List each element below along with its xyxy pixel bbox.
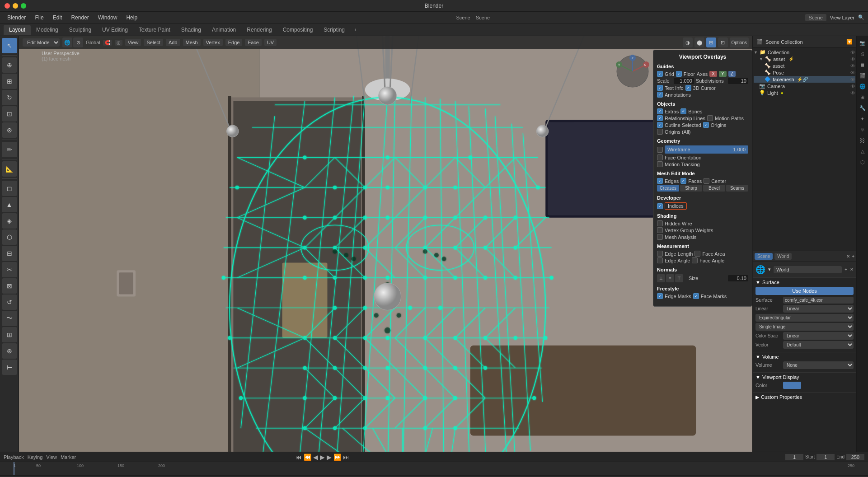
tab-sculpting[interactable]: Sculpting: [64, 25, 97, 35]
face-marks-checkbox[interactable]: ✓: [693, 293, 699, 299]
modifier-props-icon[interactable]: 🔧: [858, 103, 868, 113]
start-frame-input[interactable]: [816, 454, 835, 460]
menu-edit[interactable]: Edit: [49, 14, 66, 22]
vertex-weights-checkbox[interactable]: [657, 227, 663, 233]
options-btn[interactable]: Options: [730, 37, 749, 47]
spin-tool[interactable]: ↺: [2, 295, 17, 310]
props-new[interactable]: +: [852, 254, 854, 259]
normals-size-input[interactable]: [728, 275, 748, 281]
custom-props-header[interactable]: ▶ Custom Properties: [755, 394, 854, 400]
navigation-gizmo[interactable]: X Y Z: [615, 53, 651, 89]
tab-rendering[interactable]: Rendering: [241, 25, 277, 35]
minimize-button[interactable]: [13, 3, 18, 9]
jump-start-button[interactable]: ⏮: [296, 454, 302, 461]
use-nodes-button[interactable]: Use Nodes: [755, 287, 854, 295]
maximize-button[interactable]: [21, 3, 26, 9]
next-keyframe-button[interactable]: ▶: [327, 454, 332, 461]
viewport-icon-2[interactable]: ⊙: [73, 37, 83, 47]
view-menu[interactable]: View: [125, 39, 141, 46]
tree-item-collection[interactable]: ▼ 📁 Collection 👁: [754, 49, 855, 56]
select-tool[interactable]: ↖: [2, 38, 17, 53]
color-swatch[interactable]: [783, 382, 801, 389]
select-menu[interactable]: Select: [144, 39, 163, 46]
add-workspace-button[interactable]: +: [350, 25, 360, 34]
timeline-scrubber[interactable]: 1 50 100 150 200 250: [0, 462, 868, 475]
render-props-icon[interactable]: 📷: [858, 38, 868, 48]
prev-keyframe-button[interactable]: ◀: [313, 454, 318, 461]
axis-y-button[interactable]: Y: [719, 71, 727, 77]
light-visibility[interactable]: 👁: [850, 90, 855, 96]
edge-menu[interactable]: Edge: [225, 39, 243, 46]
data-props-icon[interactable]: △: [858, 146, 868, 156]
transform-tool[interactable]: ⊗: [2, 122, 17, 138]
playback-menu[interactable]: Playback: [4, 454, 24, 460]
poly-build[interactable]: ⊠: [2, 278, 17, 294]
edge-marks-checkbox[interactable]: ✓: [657, 293, 663, 299]
face-orient-checkbox[interactable]: [657, 154, 663, 160]
smooth-tool[interactable]: 〜: [2, 311, 17, 326]
world-copy-icon[interactable]: +: [845, 267, 847, 272]
snap-icon[interactable]: 🧲: [103, 40, 112, 46]
annotations-checkbox[interactable]: ✓: [657, 92, 663, 98]
output-props-icon[interactable]: 🖨: [858, 49, 868, 59]
constraints-props-icon[interactable]: ⛓: [858, 136, 868, 145]
mesh-menu[interactable]: Mesh: [183, 39, 201, 46]
inset-tool[interactable]: ◈: [2, 213, 17, 229]
play-button[interactable]: ▶: [320, 454, 325, 461]
tree-item-light[interactable]: 💡 Light ● 👁: [754, 89, 855, 96]
menu-render[interactable]: Render: [67, 14, 92, 22]
knife-tool[interactable]: ✂: [2, 262, 17, 277]
scene-dropdown[interactable]: Scene: [805, 14, 826, 21]
vertex-normals-icon[interactable]: ⊥: [657, 274, 665, 282]
menu-file[interactable]: File: [31, 14, 47, 22]
floor-checkbox[interactable]: ✓: [676, 71, 682, 77]
menu-window[interactable]: Window: [94, 14, 121, 22]
indices-checkbox[interactable]: ✓: [657, 203, 663, 209]
edit-mode-dropdown[interactable]: Edit Mode: [23, 38, 60, 47]
extras-checkbox[interactable]: ✓: [657, 108, 663, 114]
text-info-checkbox[interactable]: ✓: [657, 85, 663, 91]
cursor-tool[interactable]: ⊕: [2, 57, 17, 73]
motion-track-checkbox[interactable]: [657, 161, 663, 167]
jump-end-button[interactable]: ⏭: [343, 454, 349, 461]
camera-visibility[interactable]: 👁: [850, 84, 855, 89]
menu-help[interactable]: Help: [122, 14, 141, 22]
wireframe-checkbox[interactable]: [657, 147, 663, 153]
3d-viewport[interactable]: Edit Mode 🌐 ⊙ Global 🧲 ◎ View Select Add…: [19, 36, 752, 452]
tree-item-asset-sub[interactable]: 🦴 asset 👁: [754, 62, 855, 69]
tab-animation[interactable]: Animation: [206, 25, 241, 35]
cursor-3d-checkbox[interactable]: ✓: [685, 85, 691, 91]
edges-checkbox[interactable]: ✓: [657, 178, 663, 184]
hidden-wire-checkbox[interactable]: [657, 220, 663, 226]
tab-shading[interactable]: Shading: [176, 25, 206, 35]
pose-visibility[interactable]: 👁: [850, 70, 855, 75]
mesh-analysis-checkbox[interactable]: [657, 234, 663, 240]
menu-blender[interactable]: Blender: [4, 14, 29, 22]
origins-all-checkbox[interactable]: [657, 129, 663, 135]
vertex-menu[interactable]: Vertex: [203, 39, 223, 46]
surface-section-header[interactable]: ▼ Surface: [755, 280, 854, 285]
grid-checkbox[interactable]: ✓: [657, 71, 663, 77]
asset-sub-visibility[interactable]: 👁: [850, 63, 855, 69]
measure-tool[interactable]: 📐: [2, 161, 17, 177]
physics-props-icon[interactable]: ⚛: [858, 125, 868, 135]
strength-dropdown[interactable]: Linear: [783, 305, 854, 313]
bevel-tool[interactable]: ⬡: [2, 229, 17, 245]
tree-item-facemesh[interactable]: 🔷 facemesh ⚡🔗 👁: [754, 76, 855, 83]
viewport-display-header[interactable]: ▼ Viewport Display: [755, 374, 854, 380]
projection-dropdown[interactable]: Equirectangular: [755, 314, 854, 322]
tree-item-pose[interactable]: 🦴 Pose 👁: [754, 69, 855, 76]
global-space-icon[interactable]: 🌐: [62, 37, 72, 47]
next-frame-button[interactable]: ⏩: [333, 454, 341, 461]
face-area-checkbox[interactable]: [694, 251, 700, 257]
faces-checkbox[interactable]: ✓: [680, 178, 686, 184]
shrink-fatten[interactable]: ⊛: [2, 343, 17, 359]
axis-z-button[interactable]: Z: [728, 71, 736, 77]
view-menu-tl[interactable]: View: [46, 454, 57, 460]
sharp-button[interactable]: Sharp: [680, 185, 702, 192]
indices-button[interactable]: Indices: [665, 202, 687, 210]
view-layer-props-icon[interactable]: ◼: [858, 60, 868, 70]
facemesh-visibility[interactable]: 👁: [850, 77, 855, 82]
extrude-tool[interactable]: ▲: [2, 197, 17, 212]
loop-cut[interactable]: ⊟: [2, 246, 17, 261]
